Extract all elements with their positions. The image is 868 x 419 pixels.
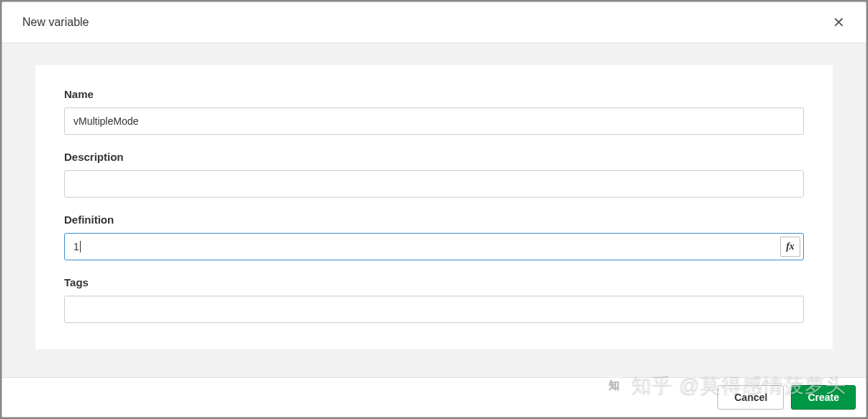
create-button[interactable]: Create xyxy=(791,385,856,410)
modal-header: New variable ✕ xyxy=(2,2,866,43)
fx-icon: fx xyxy=(786,241,795,252)
description-input[interactable] xyxy=(64,170,804,198)
tags-group: Tags xyxy=(64,276,804,323)
definition-wrap: 1 fx xyxy=(64,233,804,260)
close-icon: ✕ xyxy=(833,14,845,30)
cancel-button[interactable]: Cancel xyxy=(717,385,784,410)
close-button[interactable]: ✕ xyxy=(830,14,848,31)
name-group: Name xyxy=(64,88,804,135)
definition-label: Definition xyxy=(64,213,804,226)
name-input[interactable] xyxy=(64,107,804,135)
modal-footer: Cancel Create xyxy=(2,377,866,417)
modal-body: Name Description Definition 1 fx xyxy=(2,43,866,377)
name-label: Name xyxy=(64,88,804,100)
definition-input[interactable]: 1 xyxy=(64,233,804,260)
definition-value: 1 xyxy=(73,241,79,252)
tags-input[interactable] xyxy=(64,296,804,323)
description-label: Description xyxy=(64,151,804,163)
description-group: Description xyxy=(64,151,804,198)
form-card: Name Description Definition 1 fx xyxy=(35,65,833,349)
text-cursor xyxy=(80,241,81,252)
definition-group: Definition 1 fx xyxy=(64,213,804,260)
tags-label: Tags xyxy=(64,276,804,288)
modal-title: New variable xyxy=(22,16,89,29)
new-variable-modal: New variable ✕ Name Description Definiti… xyxy=(1,1,867,418)
fx-button[interactable]: fx xyxy=(780,237,800,257)
